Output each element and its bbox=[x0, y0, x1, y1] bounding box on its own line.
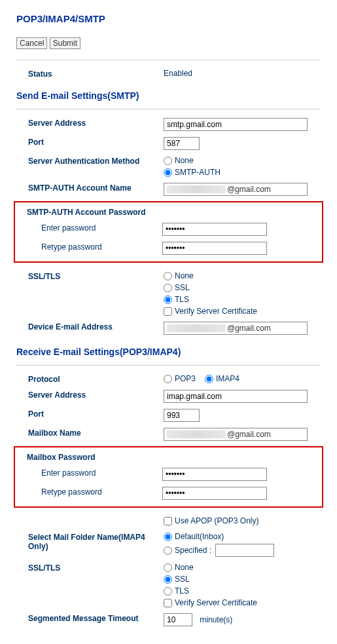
folder-default-radio[interactable] bbox=[164, 533, 172, 541]
timeout-label: Segmented Message Timeout bbox=[16, 613, 164, 623]
device-email-label: Device E-mail Address bbox=[16, 321, 164, 331]
redacted-text bbox=[167, 185, 226, 193]
smtp-server-input[interactable] bbox=[164, 118, 308, 131]
cancel-button[interactable]: Cancel bbox=[16, 37, 47, 49]
recv-ssl-tls-option[interactable]: TLS bbox=[164, 586, 321, 596]
timeout-row: Segmented Message Timeout minute(s) bbox=[16, 610, 321, 629]
recv-section-header: Receive E-mail Settings(POP3/IMAP4) bbox=[16, 347, 321, 357]
mailbox-password-header: Mailbox Password bbox=[15, 450, 322, 464]
smtp-retype-pw-input[interactable] bbox=[162, 242, 267, 255]
smtp-server-label: Server Address bbox=[16, 117, 164, 128]
smtp-password-header: SMTP-AUTH Account Password bbox=[15, 205, 322, 219]
smtp-auth-none-option[interactable]: None bbox=[164, 156, 321, 165]
apop-checkbox[interactable] bbox=[164, 517, 172, 525]
apop-spacer bbox=[16, 516, 164, 517]
redacted-text bbox=[167, 430, 226, 438]
page-title: POP3/IMAP4/SMTP bbox=[16, 13, 321, 24]
recv-port-input[interactable] bbox=[164, 409, 200, 422]
smtp-auth-row: Server Authentication Method None SMTP-A… bbox=[16, 153, 321, 180]
smtp-retype-pw-row: Retype password bbox=[15, 238, 322, 257]
apop-row: Use APOP (POP3 Only) bbox=[16, 513, 321, 529]
recv-ssl-ssl-radio[interactable] bbox=[164, 575, 172, 584]
button-row: Cancel Submit bbox=[16, 37, 321, 49]
smtp-account-name-row: SMTP-AUTH Account Name @gmail.com bbox=[16, 180, 321, 199]
smtp-auth-smtpauth-label: SMTP-AUTH bbox=[175, 168, 221, 177]
protocol-row: Protocol POP3 IMAP4 bbox=[16, 371, 321, 387]
folder-specified-radio[interactable] bbox=[164, 546, 172, 555]
smtp-verify-cert-checkbox[interactable] bbox=[164, 307, 172, 316]
device-email-input[interactable]: @gmail.com bbox=[164, 322, 308, 335]
smtp-auth-none-radio[interactable] bbox=[164, 157, 172, 165]
smtp-ssl-ssl-option[interactable]: SSL bbox=[164, 283, 321, 292]
smtp-account-name-input[interactable]: @gmail.com bbox=[164, 183, 308, 196]
recv-ssl-tls-radio[interactable] bbox=[164, 587, 172, 596]
recv-server-label: Server Address bbox=[16, 389, 164, 400]
smtp-auth-label: Server Authentication Method bbox=[16, 155, 164, 166]
smtp-verify-cert-option[interactable]: Verify Server Certificate bbox=[164, 307, 321, 316]
protocol-imap4-radio[interactable] bbox=[205, 375, 213, 383]
status-label: Status bbox=[16, 68, 164, 79]
submit-button[interactable]: Submit bbox=[50, 37, 80, 49]
status-value: Enabled bbox=[164, 68, 321, 78]
folder-row: Select Mail Folder Name(IMAP4 Only) Defa… bbox=[16, 529, 321, 559]
mailbox-name-input[interactable]: @gmail.com bbox=[164, 428, 308, 441]
device-email-suffix: @gmail.com bbox=[226, 324, 307, 333]
smtp-auth-smtpauth-option[interactable]: SMTP-AUTH bbox=[164, 168, 321, 177]
recv-port-label: Port bbox=[16, 408, 164, 419]
apop-label: Use APOP (POP3 Only) bbox=[175, 516, 259, 525]
status-row: Status Enabled bbox=[16, 66, 321, 81]
recv-ssl-none-option[interactable]: None bbox=[164, 563, 321, 572]
recv-server-input[interactable] bbox=[164, 390, 308, 403]
smtp-ssl-ssl-radio[interactable] bbox=[164, 284, 172, 292]
smtp-port-input[interactable] bbox=[164, 137, 200, 150]
smtp-account-name-label: SMTP-AUTH Account Name bbox=[16, 182, 164, 193]
apop-option[interactable]: Use APOP (POP3 Only) bbox=[164, 516, 321, 525]
recv-ssl-label: SSL/TLS bbox=[16, 562, 164, 573]
mailbox-name-suffix: @gmail.com bbox=[226, 430, 307, 439]
smtp-enter-pw-row: Enter password bbox=[15, 219, 322, 238]
protocol-pop3-radio[interactable] bbox=[164, 375, 172, 383]
recv-verify-cert-option[interactable]: Verify Server Certificate bbox=[164, 598, 321, 607]
recv-ssl-row: SSL/TLS None SSL TLS Verify Server Certi… bbox=[16, 559, 321, 610]
smtp-ssl-row: SSL/TLS None SSL TLS Verify Server Certi… bbox=[16, 268, 321, 318]
recv-server-row: Server Address bbox=[16, 387, 321, 406]
smtp-account-suffix: @gmail.com bbox=[226, 185, 307, 194]
smtp-server-row: Server Address bbox=[16, 115, 321, 134]
protocol-imap4-option[interactable]: IMAP4 bbox=[205, 374, 239, 383]
smtp-ssl-none-option[interactable]: None bbox=[164, 271, 321, 280]
smtp-auth-smtpauth-radio[interactable] bbox=[164, 168, 172, 177]
smtp-port-label: Port bbox=[16, 136, 164, 147]
smtp-ssl-tls-option[interactable]: TLS bbox=[164, 295, 321, 304]
smtp-enter-pw-label: Enter password bbox=[15, 222, 162, 233]
timeout-input[interactable] bbox=[164, 613, 192, 626]
mailbox-retype-pw-input[interactable] bbox=[162, 487, 267, 500]
divider bbox=[16, 109, 321, 109]
folder-default-label: Default(Inbox) bbox=[175, 532, 224, 541]
mailbox-name-label: Mailbox Name bbox=[16, 427, 164, 438]
smtp-enter-pw-input[interactable] bbox=[162, 223, 267, 236]
folder-specified-option[interactable]: Specified : bbox=[164, 546, 211, 555]
smtp-ssl-tls-radio[interactable] bbox=[164, 295, 172, 304]
smtp-ssl-none-radio[interactable] bbox=[164, 272, 172, 280]
recv-verify-cert-checkbox[interactable] bbox=[164, 599, 172, 607]
smtp-password-highlight: SMTP-AUTH Account Password Enter passwor… bbox=[14, 201, 323, 263]
divider bbox=[16, 60, 321, 60]
mailbox-enter-pw-input[interactable] bbox=[162, 468, 267, 481]
mailbox-enter-pw-row: Enter password bbox=[15, 464, 322, 483]
protocol-pop3-option[interactable]: POP3 bbox=[164, 374, 196, 383]
mailbox-retype-pw-row: Retype password bbox=[15, 483, 322, 502]
mailbox-enter-pw-label: Enter password bbox=[15, 467, 162, 478]
smtp-ssl-label: SSL/TLS bbox=[16, 271, 164, 281]
smtp-port-row: Port bbox=[16, 134, 321, 153]
smtp-auth-none-label: None bbox=[175, 156, 194, 165]
mailbox-name-row: Mailbox Name @gmail.com bbox=[16, 425, 321, 444]
smtp-ssl-none-label: None bbox=[175, 271, 194, 280]
recv-ssl-ssl-label: SSL bbox=[175, 575, 190, 584]
recv-ssl-none-radio[interactable] bbox=[164, 563, 172, 572]
smtp-section-header: Send E-mail Settings(SMTP) bbox=[16, 90, 321, 101]
folder-specified-input[interactable] bbox=[215, 544, 274, 557]
recv-verify-cert-label: Verify Server Certificate bbox=[175, 598, 257, 607]
recv-port-row: Port bbox=[16, 406, 321, 425]
folder-default-option[interactable]: Default(Inbox) bbox=[164, 532, 321, 541]
recv-ssl-ssl-option[interactable]: SSL bbox=[164, 575, 321, 584]
